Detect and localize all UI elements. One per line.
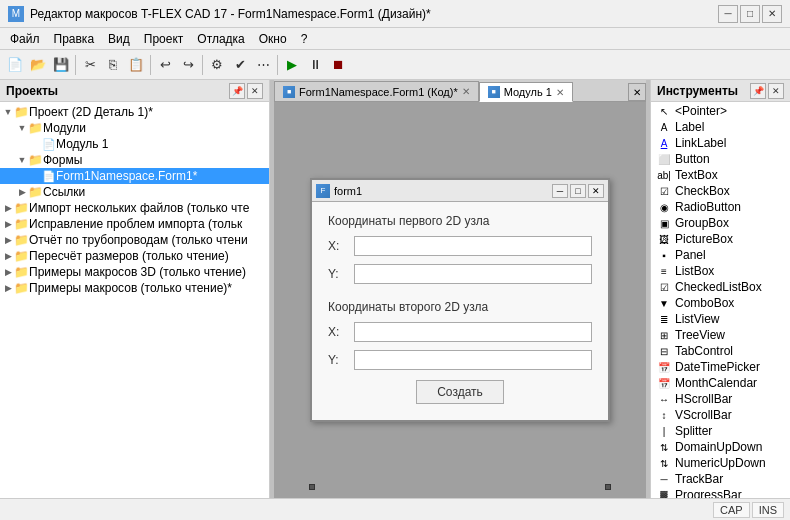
tool-hscrollbar[interactable]: ↔ HScrollBar [651,391,790,407]
tree-item-module1[interactable]: 📄 Модуль 1 [0,136,269,152]
tool-domainupdown[interactable]: ⇅ DomainUpDown [651,439,790,455]
tree-item-recalc-sizes[interactable]: ▶ 📁 Пересчёт размеров (только чтение) [0,248,269,264]
close-button[interactable]: ✕ [762,5,782,23]
tool-panel[interactable]: ▪ Panel [651,247,790,263]
tool-progressbar[interactable]: ▓ ProgressBar [651,487,790,498]
checkbox-icon: ☑ [657,184,671,198]
projects-close-button[interactable]: ✕ [247,83,263,99]
x1-input[interactable] [354,236,592,256]
treeview-icon: ⊞ [657,328,671,342]
tool-radiobutton[interactable]: ◉ RadioButton [651,199,790,215]
tool-vscrollbar[interactable]: ↕ VScrollBar [651,407,790,423]
splitter-icon: | [657,424,671,438]
check-button[interactable]: ✔ [229,54,251,76]
tab-bar: ■ Form1Namespace.Form1 (Код)* ✕ ■ Модуль… [274,80,646,102]
tools-close-button[interactable]: ✕ [768,83,784,99]
tool-dtp-text: DateTimePicker [675,360,760,374]
maximize-button[interactable]: □ [740,5,760,23]
minimize-button[interactable]: ─ [718,5,738,23]
menu-file[interactable]: Файл [4,30,46,48]
tool-button[interactable]: ⬜ Button [651,151,790,167]
combobox-icon: ▼ [657,296,671,310]
projects-pin-button[interactable]: 📌 [229,83,245,99]
checkedlistbox-icon: ☑ [657,280,671,294]
tree-item-forms-folder[interactable]: ▼ 📁 Формы [0,152,269,168]
tool-label[interactable]: A Label [651,119,790,135]
tool-monthcalendar[interactable]: 📅 MonthCalendar [651,375,790,391]
tool-picturebox-text: PictureBox [675,232,733,246]
tool-groupbox[interactable]: ▣ GroupBox [651,215,790,231]
tree-item-macros-examples[interactable]: ▶ 📁 Примеры макросов (только чтение)* [0,280,269,296]
menu-window[interactable]: Окно [253,30,293,48]
paste-button[interactable]: 📋 [125,54,147,76]
tree-item-project[interactable]: ▼ 📁 Проект (2D Деталь 1)* [0,104,269,120]
form1-close[interactable]: ✕ [588,184,604,198]
tools-list: ↖ <Pointer> A Label A LinkLabel ⬜ Button… [651,102,790,498]
resize-dot-right[interactable] [605,484,611,490]
tool-pointer[interactable]: ↖ <Pointer> [651,103,790,119]
menu-debug[interactable]: Отладка [191,30,250,48]
tree-item-macros-3d[interactable]: ▶ 📁 Примеры макросов 3D (только чтение) [0,264,269,280]
more-button[interactable]: ⋯ [252,54,274,76]
menu-project[interactable]: Проект [138,30,190,48]
tool-picturebox[interactable]: 🖼 PictureBox [651,231,790,247]
run-button[interactable]: ▶ [281,54,303,76]
x2-label: X: [328,325,348,339]
redo-button[interactable]: ↪ [177,54,199,76]
tree-item-modules-folder[interactable]: ▼ 📁 Модули [0,120,269,136]
tab-module[interactable]: ■ Модуль 1 ✕ [479,82,573,102]
create-button[interactable]: Создать [416,380,504,404]
tool-numericupdown[interactable]: ⇅ NumericUpDown [651,455,790,471]
form1-minimize[interactable]: ─ [552,184,568,198]
tool-checkbox-text: CheckBox [675,184,730,198]
tool-label: <Pointer> [675,104,727,118]
x2-input[interactable] [354,322,592,342]
new-button[interactable]: 📄 [4,54,26,76]
tool-textbox[interactable]: ab| TextBox [651,167,790,183]
tree-item-import-multiple[interactable]: ▶ 📁 Импорт нескольких файлов (только чте [0,200,269,216]
cut-button[interactable]: ✂ [79,54,101,76]
tab-code[interactable]: ■ Form1Namespace.Form1 (Код)* ✕ [274,81,479,101]
tool-splitter[interactable]: | Splitter [651,423,790,439]
tool-treeview[interactable]: ⊞ TreeView [651,327,790,343]
tree-item-fix-import[interactable]: ▶ 📁 Исправление проблем импорта (тольк [0,216,269,232]
tool-listbox[interactable]: ≡ ListBox [651,263,790,279]
tool-tabcontrol[interactable]: ⊟ TabControl [651,343,790,359]
tool-trackbar[interactable]: ─ TrackBar [651,471,790,487]
expand-icon: ▶ [2,251,14,261]
resize-dot-left[interactable] [309,484,315,490]
design-surface[interactable]: F form1 ─ □ ✕ Координаты первого 2D узла… [274,102,646,498]
tool-combobox[interactable]: ▼ ComboBox [651,295,790,311]
menu-view[interactable]: Вид [102,30,136,48]
form1-maximize[interactable]: □ [570,184,586,198]
tab-module-close[interactable]: ✕ [556,87,564,98]
tools-pin-button[interactable]: 📌 [750,83,766,99]
tool-listview[interactable]: ≣ ListView [651,311,790,327]
section2-label: Координаты второго 2D узла [328,300,592,314]
build-button[interactable]: ⚙ [206,54,228,76]
dud-icon: ⇅ [657,440,671,454]
expand-icon: ▼ [2,107,14,117]
y2-input[interactable] [354,350,592,370]
tree-item-form1[interactable]: 📄 Form1Namespace.Form1* [0,168,269,184]
tool-linklabel[interactable]: A LinkLabel [651,135,790,151]
tool-checkedlistbox[interactable]: ☑ CheckedListBox [651,279,790,295]
stop-button[interactable]: ⏹ [327,54,349,76]
tree-label: Примеры макросов (только чтение)* [29,281,232,295]
copy-button[interactable]: ⎘ [102,54,124,76]
tab-code-close[interactable]: ✕ [462,86,470,97]
tool-checkbox[interactable]: ☑ CheckBox [651,183,790,199]
y1-input[interactable] [354,264,592,284]
tree-label: Исправление проблем импорта (тольк [29,217,242,231]
menu-edit[interactable]: Правка [48,30,101,48]
tool-datetimepicker[interactable]: 📅 DateTimePicker [651,359,790,375]
save-button[interactable]: 💾 [50,54,72,76]
picturebox-icon: 🖼 [657,232,671,246]
open-button[interactable]: 📂 [27,54,49,76]
close-all-tabs-button[interactable]: ✕ [628,83,646,101]
pause-button[interactable]: ⏸ [304,54,326,76]
tree-item-pipes-report[interactable]: ▶ 📁 Отчёт по трубопроводам (только чтени [0,232,269,248]
menu-help[interactable]: ? [295,30,314,48]
undo-button[interactable]: ↩ [154,54,176,76]
tree-item-refs-folder[interactable]: ▶ 📁 Ссылки [0,184,269,200]
